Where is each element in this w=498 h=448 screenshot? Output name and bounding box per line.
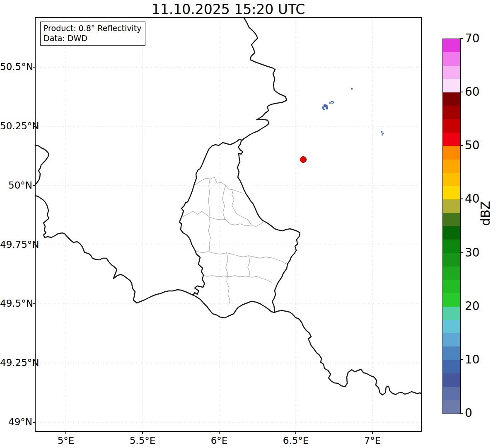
annotation-box: Product: 0.8° Reflectivity Data: DWD — [40, 22, 145, 46]
radar-echo — [324, 104, 326, 107]
radar-echo — [382, 134, 383, 136]
colorbar-tick-label: 10 — [465, 353, 480, 366]
colorbar-segment — [443, 253, 460, 266]
canton-line-vert5 — [248, 256, 250, 277]
x-tick-mark — [295, 431, 296, 434]
colorbar-tick-mark — [460, 38, 463, 39]
colorbar-segment — [443, 66, 460, 79]
colorbar-axis-label: dBZ — [478, 200, 492, 227]
colorbar-segment — [443, 373, 460, 387]
x-tick-label: 7°E — [348, 435, 397, 446]
y-tick-mark — [33, 185, 35, 186]
colorbar-segment — [443, 173, 460, 186]
colorbar-segment — [443, 280, 460, 293]
plot-title: 11.10.2025 15:20 UTC — [35, 2, 421, 17]
colorbar-segment — [443, 320, 460, 333]
canton-line-row3 — [195, 251, 286, 264]
y-tick-label: 50.5°N — [0, 61, 32, 72]
border-germany-belgium-north — [242, 17, 287, 140]
y-tick-label: 49°N — [0, 417, 32, 427]
colorbar-tick-mark — [460, 199, 463, 199]
colorbar-segment — [443, 213, 460, 226]
canton-line-vert2 — [208, 217, 210, 251]
colorbar-segment — [443, 240, 460, 253]
y-tick-mark — [33, 126, 35, 127]
canton-line-vert1 — [222, 185, 226, 220]
colorbar-segment — [443, 106, 460, 119]
x-tick-label: 6.5°E — [271, 435, 321, 446]
colorbar-segment — [443, 400, 460, 414]
x-tick-mark — [65, 431, 66, 434]
colorbar-segment — [443, 293, 460, 306]
radar-echo — [381, 131, 382, 133]
border-luxembourg-outline — [179, 139, 300, 318]
colorbar-segment — [443, 92, 460, 106]
radar-echo — [351, 88, 353, 90]
colorbar-tick-mark — [460, 413, 463, 414]
radar-site-marker — [300, 157, 307, 163]
colorbar-tick-mark — [460, 252, 463, 253]
radar-echo — [326, 105, 328, 107]
colorbar-segment — [443, 39, 460, 52]
colorbar-tick-label: 0 — [465, 406, 472, 420]
colorbar-tick-mark — [460, 145, 463, 146]
y-tick-mark — [33, 363, 35, 363]
colorbar-tick-mark — [460, 92, 463, 92]
canton-line-vert3 — [226, 253, 230, 305]
y-tick-label: 50°N — [0, 180, 32, 191]
radar-echo — [326, 107, 328, 109]
colorbar-segment — [443, 387, 460, 400]
radar-echo — [382, 133, 384, 134]
y-tick-label: 49.25°N — [0, 357, 32, 368]
canton-line-vert4 — [208, 179, 210, 216]
radar-echo — [323, 109, 325, 110]
border-france-germany-southeast — [274, 310, 421, 395]
border-belgium-france-west-upper — [35, 145, 49, 185]
border-belgium-france-west-lower — [35, 196, 193, 303]
colorbar-tick-mark — [460, 359, 463, 360]
colorbar-segment — [443, 146, 460, 159]
x-tick-label: 6°E — [194, 435, 244, 446]
colorbar-tick-mark — [460, 306, 463, 307]
colorbar-tick-label: 50 — [465, 138, 480, 152]
annotation-source: Data: DWD — [44, 33, 141, 43]
map-canvas — [35, 17, 421, 431]
y-tick-label: 50.25°N — [0, 121, 32, 131]
colorbar-segment — [443, 79, 460, 92]
colorbar-tick-label: 60 — [465, 85, 480, 99]
y-tick-mark — [33, 245, 35, 245]
colorbar-segment — [443, 186, 460, 199]
colorbar-tick-label: 70 — [465, 31, 480, 45]
y-tick-mark — [33, 303, 35, 304]
colorbar-segment — [443, 160, 460, 173]
annotation-product: Product: 0.8° Reflectivity — [44, 23, 141, 33]
colorbar-segment — [443, 52, 460, 65]
colorbar-tick-label: 30 — [465, 246, 480, 259]
y-tick-label: 49.5°N — [0, 298, 32, 309]
y-tick-mark — [33, 422, 35, 423]
radar-figure: 11.10.2025 15:20 UTC Product: 0.8° Refle… — [0, 0, 498, 448]
canton-line-vianden — [232, 190, 251, 225]
colorbar-segment — [443, 226, 460, 240]
x-tick-mark — [219, 431, 220, 434]
colorbar-segment — [443, 133, 460, 146]
x-tick-mark — [372, 431, 373, 434]
y-tick-label: 49.75°N — [0, 239, 32, 250]
radar-echo — [331, 103, 334, 104]
colorbar-segment — [443, 199, 460, 213]
colorbar — [442, 39, 461, 414]
colorbar-segment — [443, 266, 460, 280]
colorbar-tick-label: 40 — [465, 192, 480, 206]
colorbar-segment — [443, 346, 460, 360]
colorbar-segment — [443, 360, 460, 373]
colorbar-segment — [443, 333, 460, 346]
canton-line-row4 — [202, 275, 272, 283]
axes-frame — [35, 17, 421, 431]
y-tick-mark — [33, 67, 35, 68]
canton-line-north — [194, 177, 242, 193]
colorbar-tick-label: 20 — [465, 299, 480, 313]
x-tick-label: 5°E — [41, 435, 91, 446]
colorbar-segment — [443, 119, 460, 133]
x-tick-label: 5.5°E — [118, 435, 167, 446]
colorbar-segment — [443, 307, 460, 320]
